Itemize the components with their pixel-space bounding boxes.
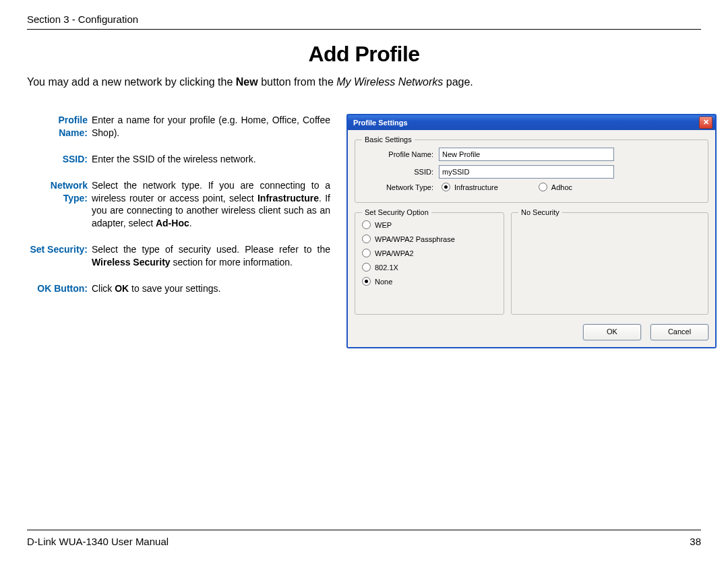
def-label: Network Type:	[27, 179, 92, 230]
radio-icon	[362, 249, 371, 257]
radio-wpa-wpa2-passphrase[interactable]: WPA/WPA2 Passphrase	[362, 235, 497, 243]
label-ssid: SSID:	[362, 168, 439, 176]
manual-page: Section 3 - Configuration Add Profile Yo…	[0, 0, 728, 562]
def-bold: Wireless Security	[92, 257, 171, 268]
radio-adhoc[interactable]: Adhoc	[539, 183, 572, 191]
row-network-type: Network Type: Infrastructure Adhoc	[362, 183, 701, 191]
row-ssid: SSID: mySSID	[362, 165, 701, 179]
radio-icon	[362, 220, 371, 229]
def-text: to save your settings.	[129, 283, 220, 294]
footer-page-number: 38	[690, 536, 701, 547]
security-row: Set Security Option WEP WPA/WPA2 Passphr…	[355, 208, 708, 320]
def-bold: Ad-Hoc	[156, 218, 189, 228]
cancel-button[interactable]: Cancel	[650, 324, 708, 340]
titlebar-title: Profile Settings	[353, 119, 408, 127]
set-security-group: Set Security Option WEP WPA/WPA2 Passphr…	[355, 208, 504, 315]
radio-label: Adhoc	[551, 183, 572, 191]
def-ok-button: OK Button: Click OK to save your setting…	[27, 282, 330, 295]
def-network-type: Network Type: Select the network type. I…	[27, 179, 330, 230]
dialog-buttons: OK Cancel	[355, 320, 708, 340]
def-body: Click OK to save your settings.	[92, 282, 330, 295]
row-profile-name: Profile Name: New Profile	[362, 148, 701, 161]
radio-infrastructure[interactable]: Infrastructure	[442, 183, 498, 191]
radio-icon	[442, 183, 450, 191]
label-profile-name: Profile Name:	[362, 150, 439, 158]
def-body: Select the type of security used. Please…	[92, 243, 330, 269]
radio-icon	[362, 277, 371, 286]
page-title: Add Profile	[27, 42, 701, 67]
def-profile-name: Profile Name: Enter a name for your prof…	[27, 114, 330, 139]
ok-button[interactable]: OK	[583, 324, 641, 340]
intro-paragraph: You may add a new network by clicking th…	[27, 76, 701, 88]
content-row: Profile Name: Enter a name for your prof…	[27, 114, 701, 348]
label-network-type: Network Type:	[362, 183, 439, 191]
basic-settings-group: Basic Settings Profile Name: New Profile…	[355, 135, 708, 203]
def-set-security: Set Security: Select the type of securit…	[27, 243, 330, 269]
def-body: Select the network type. If you are conn…	[92, 179, 330, 230]
def-label: Profile Name:	[27, 114, 92, 139]
intro-text: button from the	[258, 76, 337, 88]
radio-label: None	[375, 278, 392, 286]
radio-label: WEP	[375, 221, 392, 229]
network-type-radios: Infrastructure Adhoc	[439, 183, 572, 191]
def-label: OK Button:	[27, 282, 92, 295]
def-label: Set Security:	[27, 243, 92, 269]
intro-italic: My Wireless Networks	[336, 76, 443, 88]
intro-text: page.	[443, 76, 473, 88]
radio-label: WPA/WPA2	[375, 249, 414, 257]
definitions-column: Profile Name: Enter a name for your prof…	[27, 114, 330, 309]
input-profile-name[interactable]: New Profile	[439, 148, 614, 161]
section-header: Section 3 - Configuration	[27, 13, 701, 30]
radio-wpa-wpa2[interactable]: WPA/WPA2	[362, 249, 497, 257]
def-bold: OK	[115, 283, 129, 294]
def-text: Select the type of security used. Please…	[92, 244, 330, 255]
radio-icon	[362, 263, 371, 272]
profile-settings-dialog: Profile Settings ✕ Basic Settings Profil…	[346, 114, 717, 348]
def-text: .	[189, 218, 192, 228]
radio-icon	[362, 235, 371, 243]
close-icon[interactable]: ✕	[699, 117, 712, 129]
page-footer: D-Link WUA-1340 User Manual 38	[27, 530, 701, 547]
radio-label: Infrastructure	[454, 183, 498, 191]
radio-8021x[interactable]: 802.1X	[362, 263, 497, 272]
def-body: Enter a name for your profile (e.g. Home…	[92, 114, 330, 139]
titlebar[interactable]: Profile Settings ✕	[348, 115, 715, 130]
input-ssid[interactable]: mySSID	[439, 165, 614, 179]
intro-bold: New	[236, 76, 258, 88]
def-text: section for more information.	[171, 257, 293, 268]
radio-label: WPA/WPA2 Passphrase	[375, 235, 455, 243]
def-label: SSID:	[27, 153, 92, 166]
def-text: Click	[92, 283, 115, 294]
def-body: Enter the SSID of the wireless network.	[92, 153, 330, 166]
intro-text: You may add a new network by clicking th…	[27, 76, 236, 88]
radio-label: 802.1X	[375, 263, 398, 272]
def-ssid: SSID: Enter the SSID of the wireless net…	[27, 153, 330, 166]
dialog-body: Basic Settings Profile Name: New Profile…	[348, 130, 715, 347]
group-legend: Basic Settings	[362, 135, 415, 144]
group-legend: No Security	[518, 208, 562, 216]
group-legend: Set Security Option	[362, 208, 431, 216]
def-bold: Infrastructure	[257, 193, 319, 204]
footer-left: D-Link WUA-1340 User Manual	[27, 536, 169, 547]
no-security-group: No Security	[511, 208, 708, 315]
radio-none[interactable]: None	[362, 277, 497, 286]
radio-wep[interactable]: WEP	[362, 220, 497, 229]
radio-icon	[539, 183, 547, 191]
